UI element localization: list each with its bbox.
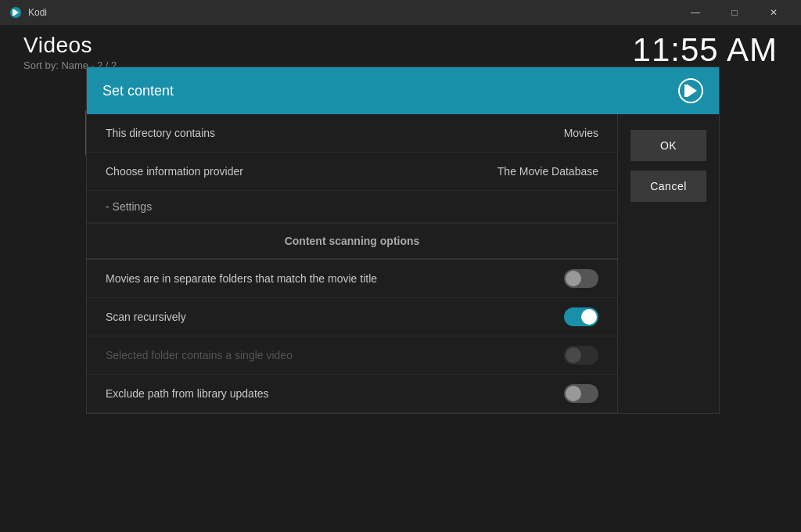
directory-value: Movies	[564, 127, 598, 139]
videos-header: Videos Sort by: Name · 2 / 2	[23, 33, 117, 71]
section-header: Content scanning options	[87, 223, 617, 260]
dialog-title: Set content	[102, 83, 174, 99]
option-separate-folders-label: Movies are in separate folders that matc…	[106, 272, 377, 285]
toggle-scan-recursively-track[interactable]	[564, 307, 598, 326]
set-content-dialog: Set content This directory contains Movi…	[86, 66, 720, 414]
directory-label: This directory contains	[106, 127, 215, 139]
toggle-exclude-path-thumb	[566, 386, 581, 401]
provider-label: Choose information provider	[106, 165, 243, 178]
ok-button[interactable]: OK	[630, 130, 706, 161]
dialog-actions: OK Cancel	[617, 114, 719, 413]
option-single-video: Selected folder contains a single video	[87, 336, 617, 375]
toggle-single-video-thumb	[566, 347, 581, 363]
minimize-button[interactable]: —	[677, 0, 713, 25]
kodi-logo-icon	[678, 78, 703, 103]
provider-row[interactable]: Choose information provider The Movie Da…	[87, 153, 617, 191]
toggle-exclude-path-track[interactable]	[564, 384, 598, 403]
titlebar-text: Kodi	[28, 7, 47, 18]
toggle-separate-folders-track[interactable]	[564, 269, 598, 288]
option-single-video-label: Selected folder contains a single video	[106, 349, 293, 361]
desktop: Kodi — □ ✕ Videos Sort by: Name · 2 / 2 …	[0, 0, 801, 532]
cancel-button[interactable]: Cancel	[630, 171, 706, 202]
toggle-separate-folders-thumb	[566, 271, 581, 286]
settings-link[interactable]: - Settings	[87, 191, 617, 223]
svg-marker-4	[688, 84, 697, 97]
option-scan-recursively-label: Scan recursively	[106, 311, 186, 323]
svg-rect-5	[684, 84, 688, 97]
dialog-header: Set content	[87, 67, 719, 114]
close-button[interactable]: ✕	[756, 0, 792, 25]
provider-value: The Movie Database	[497, 165, 598, 178]
toggle-scan-recursively-thumb	[581, 309, 597, 325]
option-exclude-path[interactable]: Exclude path from library updates	[87, 375, 617, 413]
time-display: 11:55 AM	[633, 31, 778, 69]
toggle-single-video	[564, 346, 598, 365]
title-bar: Kodi — □ ✕	[0, 0, 801, 25]
directory-row: This directory contains Movies	[87, 114, 617, 153]
title-bar-left: Kodi	[9, 6, 47, 19]
option-exclude-path-label: Exclude path from library updates	[106, 387, 269, 400]
option-separate-folders[interactable]: Movies are in separate folders that matc…	[87, 260, 617, 298]
option-scan-recursively[interactable]: Scan recursively	[87, 298, 617, 336]
toggle-scan-recursively[interactable]	[564, 307, 598, 326]
toggle-separate-folders[interactable]	[564, 269, 598, 288]
titlebar-controls: — □ ✕	[677, 0, 792, 25]
kodi-titlebar-icon	[9, 6, 22, 19]
toggle-exclude-path[interactable]	[564, 384, 598, 403]
svg-marker-2	[13, 9, 14, 16]
toggle-single-video-track	[564, 346, 598, 365]
dialog-body: This directory contains Movies Choose in…	[87, 114, 719, 413]
maximize-button[interactable]: □	[717, 0, 753, 25]
dialog-main: This directory contains Movies Choose in…	[87, 114, 617, 413]
page-title: Videos	[23, 33, 117, 58]
